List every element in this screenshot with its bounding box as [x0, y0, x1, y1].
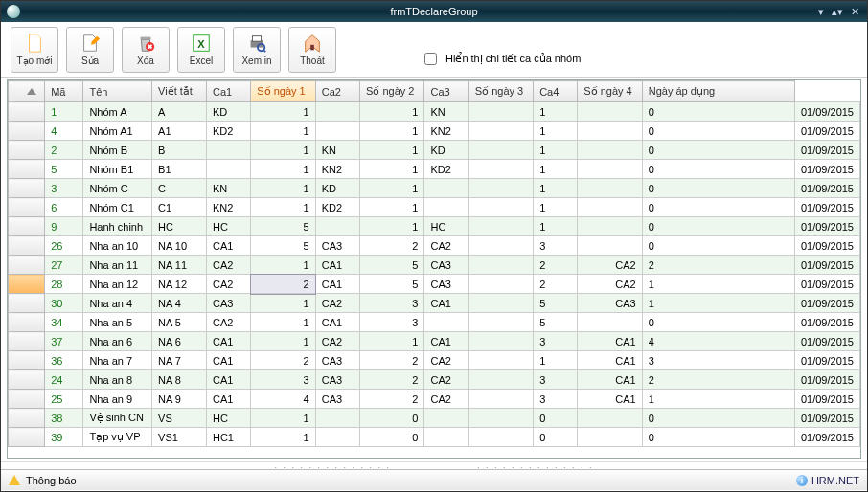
cell[interactable]: Nha an 10 [83, 236, 152, 256]
cell[interactable]: CA3 [424, 275, 468, 294]
cell[interactable]: 36 [45, 351, 83, 370]
cell[interactable]: 1 [534, 122, 578, 141]
cell[interactable]: 1 [251, 141, 315, 160]
cell[interactable] [468, 236, 533, 256]
cell[interactable]: 0 [642, 236, 794, 256]
cell[interactable]: CA2 [206, 275, 250, 294]
cell[interactable] [578, 102, 642, 122]
cell[interactable] [578, 122, 642, 141]
cell[interactable]: CA1 [206, 390, 250, 409]
cell[interactable]: NA 9 [152, 390, 207, 409]
cell[interactable]: Nha an 4 [83, 294, 152, 313]
cell[interactable]: 01/09/2015 [794, 351, 859, 370]
cell[interactable]: CA2 [424, 370, 468, 390]
cell[interactable] [468, 160, 533, 179]
cell[interactable]: 5 [45, 160, 83, 179]
cell[interactable]: HC [152, 217, 207, 236]
cell[interactable]: 26 [45, 236, 83, 256]
cell[interactable]: 5 [534, 294, 578, 313]
cell[interactable]: 5 [251, 217, 315, 236]
cell[interactable] [468, 390, 533, 409]
cell[interactable] [315, 409, 359, 428]
row-indicator[interactable] [9, 332, 45, 351]
excel-button[interactable]: XExcel [177, 27, 225, 73]
cell[interactable]: CA3 [315, 351, 359, 370]
row-indicator[interactable] [9, 390, 45, 409]
table-row[interactable]: 39Tạp vụ VPVS1HC1100001/09/2015 [9, 428, 860, 447]
cell[interactable]: 3 [360, 313, 424, 332]
cell[interactable]: KN [424, 102, 468, 122]
cell[interactable]: HC1 [206, 428, 250, 447]
cell[interactable]: KD2 [315, 198, 359, 217]
table-row[interactable]: 6Nhóm C1C1KN21KD211001/09/2015 [9, 198, 860, 217]
cell[interactable]: 1 [642, 275, 794, 294]
cell[interactable] [315, 102, 359, 122]
row-indicator[interactable] [9, 179, 45, 198]
cell[interactable]: 1 [360, 217, 424, 236]
cell[interactable]: 34 [45, 313, 83, 332]
cell[interactable] [468, 122, 533, 141]
cell[interactable]: 01/09/2015 [794, 160, 859, 179]
cell[interactable]: 1 [251, 409, 315, 428]
cell[interactable]: 5 [251, 236, 315, 256]
cell[interactable]: Hanh chinh [83, 217, 152, 236]
cell[interactable]: 01/09/2015 [794, 409, 859, 428]
cell[interactable]: CA2 [578, 256, 642, 275]
cell[interactable]: A1 [152, 122, 207, 141]
cell[interactable] [206, 141, 250, 160]
cell[interactable]: 01/09/2015 [794, 370, 859, 390]
cell[interactable]: 01/09/2015 [794, 313, 859, 332]
column-header[interactable]: Ca2 [315, 81, 359, 102]
cell[interactable]: 01/09/2015 [794, 332, 859, 351]
cell[interactable] [315, 428, 359, 447]
cell[interactable]: 1 [360, 179, 424, 198]
cell[interactable] [578, 409, 642, 428]
cell[interactable] [468, 428, 533, 447]
cell[interactable]: 1 [251, 256, 315, 275]
cell[interactable]: CA3 [578, 294, 642, 313]
data-grid[interactable]: MãTênViết tắtCa1Số ngày 1Ca2Số ngày 2Ca3… [8, 80, 860, 447]
cell[interactable]: 01/09/2015 [794, 198, 859, 217]
cell[interactable]: Vệ sinh CN [83, 409, 152, 428]
row-indicator[interactable] [9, 141, 45, 160]
cell[interactable]: 01/09/2015 [794, 428, 859, 447]
cell[interactable] [424, 409, 468, 428]
cell[interactable]: 0 [642, 160, 794, 179]
cell[interactable]: NA 6 [152, 332, 207, 351]
cell[interactable]: Nhóm A [83, 102, 152, 122]
cell[interactable]: 3 [534, 236, 578, 256]
row-indicator[interactable] [9, 160, 45, 179]
cell[interactable]: NA 11 [152, 256, 207, 275]
table-row[interactable]: 37Nha an 6NA 6CA11CA21CA13CA1401/09/2015 [9, 332, 860, 351]
cell[interactable]: 38 [45, 409, 83, 428]
cell[interactable]: CA3 [206, 294, 250, 313]
column-header[interactable]: Ca3 [424, 81, 468, 102]
cell[interactable]: 3 [534, 390, 578, 409]
row-indicator[interactable] [9, 102, 45, 122]
column-header[interactable]: Mã [45, 81, 83, 102]
print-preview-button[interactable]: Xem in [233, 27, 281, 73]
cell[interactable]: 01/09/2015 [794, 179, 859, 198]
row-indicator-header[interactable] [9, 81, 45, 102]
cell[interactable]: 0 [642, 409, 794, 428]
show-shift-detail-checkbox[interactable] [424, 53, 437, 65]
row-indicator[interactable] [9, 275, 45, 294]
cell[interactable] [468, 198, 533, 217]
cell[interactable]: CA2 [206, 313, 250, 332]
table-row[interactable]: 3Nhóm CCKN1KD11001/09/2015 [9, 179, 860, 198]
cell[interactable]: CA1 [206, 332, 250, 351]
cell[interactable] [315, 217, 359, 236]
cell[interactable]: KD2 [206, 122, 250, 141]
cell[interactable]: 2 [251, 351, 315, 370]
cell[interactable]: 0 [642, 217, 794, 236]
cell[interactable]: 2 [360, 370, 424, 390]
cell[interactable]: 01/09/2015 [794, 122, 859, 141]
cell[interactable]: 01/09/2015 [794, 102, 859, 122]
cell[interactable] [468, 141, 533, 160]
column-header[interactable]: Ca1 [206, 81, 250, 102]
cell[interactable] [468, 313, 533, 332]
cell[interactable]: Nhóm C1 [83, 198, 152, 217]
row-indicator[interactable] [9, 236, 45, 256]
column-header[interactable]: Tên [83, 81, 152, 102]
cell[interactable]: Nhóm B1 [83, 160, 152, 179]
